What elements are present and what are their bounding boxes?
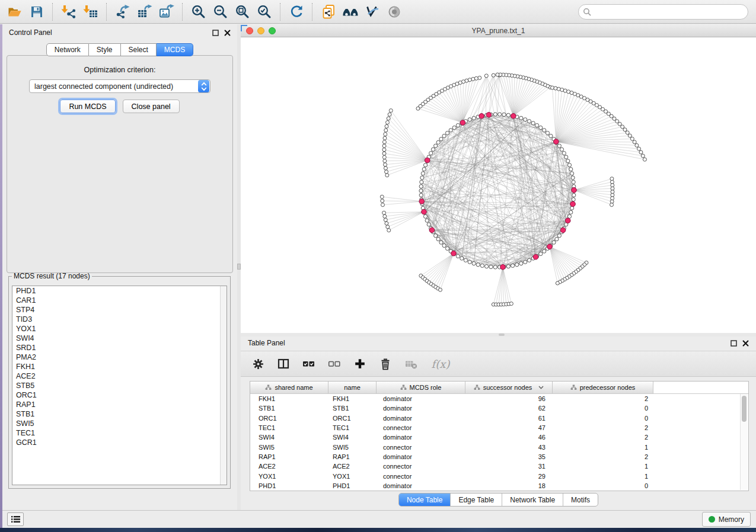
graphics-details-icon[interactable] bbox=[361, 2, 383, 22]
table-cell[interactable]: connector bbox=[377, 424, 465, 431]
table-cell[interactable]: 1 bbox=[553, 444, 653, 451]
table-cell[interactable]: 0 bbox=[553, 405, 653, 412]
split-panel-icon[interactable] bbox=[276, 357, 291, 371]
tab-motifs[interactable]: Motifs bbox=[563, 493, 598, 506]
mcds-result-item[interactable]: YOX1 bbox=[12, 324, 227, 334]
mcds-result-item[interactable]: GCR1 bbox=[12, 438, 227, 447]
table-cell[interactable]: SWI5 bbox=[250, 444, 328, 451]
network-graph[interactable] bbox=[241, 37, 756, 333]
search-network-icon[interactable] bbox=[339, 2, 361, 22]
table-cell[interactable]: connector bbox=[377, 463, 465, 470]
table-cell[interactable]: PHD1 bbox=[250, 482, 328, 489]
memory-button[interactable]: Memory bbox=[702, 512, 751, 527]
open-file-icon[interactable] bbox=[4, 2, 25, 22]
table-row[interactable]: TEC1TEC1connector472 bbox=[250, 423, 748, 432]
table-cell[interactable]: STB1 bbox=[250, 405, 328, 412]
optimization-criterion-select[interactable]: largest connected component (undirected) bbox=[29, 79, 210, 93]
add-column-icon[interactable] bbox=[353, 357, 367, 371]
zoom-fit-icon[interactable] bbox=[231, 2, 253, 22]
mcds-result-item[interactable]: ACE2 bbox=[12, 371, 227, 381]
column-header-successor-nodes[interactable]: successor nodes bbox=[465, 382, 553, 393]
mcds-result-item[interactable]: SWI5 bbox=[12, 419, 227, 428]
float-panel-icon[interactable] bbox=[212, 30, 219, 36]
table-cell[interactable]: 43 bbox=[465, 444, 553, 451]
tab-style[interactable]: Style bbox=[89, 43, 121, 56]
save-session-icon[interactable] bbox=[25, 2, 47, 22]
table-cell[interactable]: connector bbox=[377, 444, 465, 451]
mcds-result-item[interactable]: STB5 bbox=[12, 381, 227, 390]
table-cell[interactable]: dominator bbox=[377, 405, 465, 412]
table-row[interactable]: FKH1FKH1dominator962 bbox=[250, 394, 748, 403]
table-cell[interactable]: SWI4 bbox=[328, 434, 377, 441]
search-input[interactable] bbox=[592, 5, 748, 18]
minimize-window-icon[interactable] bbox=[257, 27, 264, 34]
table-cell[interactable]: PHD1 bbox=[328, 482, 377, 489]
mcds-result-list[interactable]: PHD1CAR1STP4TID3YOX1SWI4SRD1PMA2FKH1ACE2… bbox=[12, 286, 227, 485]
table-cell[interactable]: 35 bbox=[465, 453, 553, 460]
vertical-splitter[interactable] bbox=[237, 24, 241, 511]
mcds-result-item[interactable]: CAR1 bbox=[12, 296, 227, 305]
table-options-gear-icon[interactable] bbox=[251, 357, 265, 371]
mcds-result-item[interactable]: STB1 bbox=[12, 409, 227, 419]
mcds-result-item[interactable]: FKH1 bbox=[12, 362, 227, 371]
mcds-result-item[interactable]: RAP1 bbox=[12, 400, 227, 409]
table-cell[interactable]: 29 bbox=[465, 473, 553, 480]
table-row[interactable]: YOX1YOX1connector291 bbox=[250, 471, 748, 480]
table-cell[interactable]: 31 bbox=[465, 463, 553, 470]
tab-edge-table[interactable]: Edge Table bbox=[450, 493, 502, 506]
mcds-result-item[interactable]: PHD1 bbox=[12, 286, 227, 296]
tab-network-table[interactable]: Network Table bbox=[502, 493, 563, 506]
table-cell[interactable]: SWI4 bbox=[250, 434, 328, 441]
table-cell[interactable]: 2 bbox=[553, 434, 653, 441]
table-cell[interactable]: FKH1 bbox=[250, 395, 328, 402]
import-table-icon[interactable] bbox=[79, 2, 101, 22]
table-cell[interactable]: ORC1 bbox=[328, 415, 377, 422]
table-row[interactable]: PHD1PHD1dominator180 bbox=[250, 481, 748, 491]
float-table-panel-icon[interactable] bbox=[731, 340, 737, 347]
table-cell[interactable]: FKH1 bbox=[328, 395, 377, 402]
table-scrollbar[interactable] bbox=[740, 394, 748, 490]
run-mcds-button[interactable]: Run MCDS bbox=[60, 100, 115, 113]
maximize-window-icon[interactable] bbox=[269, 27, 276, 34]
delete-column-trash-icon[interactable] bbox=[378, 357, 393, 371]
table-row[interactable]: STB1STB1dominator620 bbox=[250, 403, 748, 413]
table-cell[interactable]: 2 bbox=[553, 395, 653, 402]
table-row[interactable]: RAP1RAP1dominator352 bbox=[250, 452, 748, 462]
close-panel-button[interactable]: Close panel bbox=[123, 100, 180, 113]
zoom-in-icon[interactable] bbox=[187, 2, 209, 22]
tab-node-table[interactable]: Node Table bbox=[399, 493, 451, 506]
export-image-icon[interactable] bbox=[155, 2, 177, 22]
column-header-MCDS-role[interactable]: MCDS role bbox=[377, 382, 465, 393]
table-cell[interactable]: ACE2 bbox=[328, 463, 377, 470]
apply-layout-icon[interactable] bbox=[285, 2, 307, 22]
horizontal-splitter-handle[interactable] bbox=[499, 334, 505, 336]
table-cell[interactable]: 46 bbox=[465, 434, 553, 441]
zoom-selected-icon[interactable] bbox=[253, 2, 275, 22]
export-table-icon[interactable] bbox=[133, 2, 155, 22]
bird-eye-view-icon[interactable] bbox=[383, 2, 405, 22]
horizontal-splitter[interactable] bbox=[241, 333, 756, 336]
column-header-name[interactable]: name bbox=[328, 382, 377, 393]
table-cell[interactable]: ORC1 bbox=[250, 415, 328, 422]
table-cell[interactable]: TEC1 bbox=[328, 424, 377, 431]
column-header-predecessor-nodes[interactable]: predecessor nodes bbox=[553, 382, 653, 393]
table-cell[interactable]: 47 bbox=[465, 424, 553, 431]
table-scrollbar-thumb[interactable] bbox=[742, 396, 747, 422]
table-cell[interactable]: dominator bbox=[377, 482, 465, 489]
table-cell[interactable]: YOX1 bbox=[250, 473, 328, 480]
table-row[interactable]: SWI4SWI4dominator462 bbox=[250, 432, 748, 442]
task-history-button[interactable] bbox=[7, 512, 24, 526]
table-cell[interactable]: RAP1 bbox=[250, 453, 328, 460]
table-cell[interactable]: ACE2 bbox=[250, 463, 328, 470]
mcds-list-scrollbar[interactable] bbox=[220, 286, 227, 485]
vertical-splitter-handle[interactable] bbox=[237, 264, 241, 270]
tab-mcds[interactable]: MCDS bbox=[157, 43, 193, 56]
table-cell[interactable]: SWI5 bbox=[328, 444, 377, 451]
table-cell[interactable]: dominator bbox=[377, 434, 465, 441]
table-row[interactable]: ORC1ORC1dominator610 bbox=[250, 414, 748, 423]
tab-select[interactable]: Select bbox=[121, 43, 157, 56]
table-cell[interactable]: RAP1 bbox=[328, 453, 377, 460]
mcds-result-item[interactable]: ORC1 bbox=[12, 390, 227, 400]
table-cell[interactable]: 1 bbox=[553, 463, 653, 470]
mcds-result-item[interactable]: SRD1 bbox=[12, 343, 227, 352]
